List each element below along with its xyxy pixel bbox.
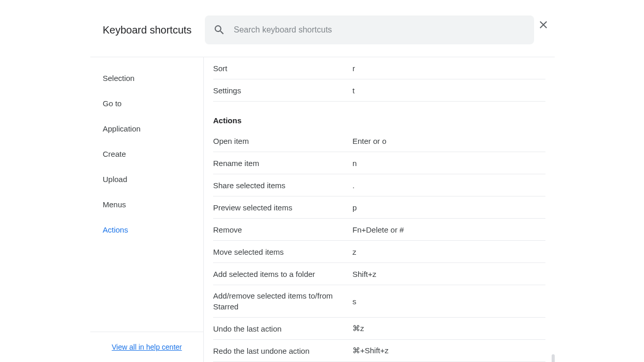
close-icon (537, 19, 550, 31)
shortcut-action: Settings (213, 85, 352, 96)
shortcut-action: Redo the last undone action (213, 345, 352, 356)
shortcut-row: Settings t (213, 79, 545, 102)
scrollbar[interactable] (552, 354, 555, 362)
shortcut-keys: z (352, 248, 357, 256)
shortcut-row: Redo the last undone action ⌘+Shift+z (213, 340, 545, 362)
shortcut-keys: . (352, 181, 355, 190)
shortcut-action: Undo the last action (213, 323, 352, 334)
sidebar-footer: View all in help center (90, 332, 203, 362)
shortcut-keys: ⌘z (352, 324, 364, 333)
shortcut-action: Preview selected items (213, 202, 352, 213)
shortcut-keys: ⌘+Shift+z (352, 346, 389, 355)
search-input[interactable] (234, 25, 526, 35)
shortcut-action: Rename item (213, 158, 352, 169)
sidebar-item-application[interactable]: Application (90, 116, 203, 141)
shortcut-keys: s (352, 297, 357, 306)
sidebar: Selection Go to Application Create Uploa… (90, 57, 204, 362)
shortcut-keys: Shift+z (352, 270, 376, 278)
close-button[interactable] (533, 14, 554, 35)
shortcuts-content[interactable]: Sort r Settings t Actions Open item Ente… (204, 57, 555, 362)
keyboard-shortcuts-dialog: Keyboard shortcuts Selection Go to Appli… (90, 0, 555, 362)
section-title-actions: Actions (213, 102, 545, 130)
dialog-header: Keyboard shortcuts (90, 0, 555, 57)
shortcut-action: Move selected items (213, 246, 352, 257)
search-container[interactable] (205, 15, 534, 44)
shortcut-keys: Enter or o (352, 137, 387, 145)
sidebar-item-menus[interactable]: Menus (90, 192, 203, 217)
shortcut-action: Sort (213, 63, 352, 74)
sidebar-item-create[interactable]: Create (90, 141, 203, 167)
sidebar-item-actions[interactable]: Actions (90, 217, 203, 242)
sidebar-item-goto[interactable]: Go to (90, 91, 203, 116)
shortcut-row: Add/remove selected items to/from Starre… (213, 285, 545, 318)
shortcut-row: Preview selected items p (213, 196, 545, 219)
shortcut-row: Undo the last action ⌘z (213, 318, 545, 340)
scrollbar-thumb[interactable] (552, 354, 555, 362)
shortcut-keys: p (352, 203, 357, 212)
shortcut-row: Move selected items z (213, 241, 545, 263)
sidebar-item-upload[interactable]: Upload (90, 167, 203, 192)
shortcut-action: Open item (213, 136, 352, 146)
dialog-title: Keyboard shortcuts (103, 24, 205, 36)
shortcut-row: Share selected items . (213, 174, 545, 196)
shortcut-row: Add selected items to a folder Shift+z (213, 263, 545, 285)
shortcut-action: Share selected items (213, 180, 352, 191)
shortcut-row: Rename item n (213, 152, 545, 174)
dialog-body: Selection Go to Application Create Uploa… (90, 57, 555, 362)
shortcut-row: Sort r (213, 57, 545, 79)
shortcut-keys: r (352, 64, 355, 73)
shortcut-row: Open item Enter or o (213, 130, 545, 152)
help-center-link[interactable]: View all in help center (112, 343, 182, 351)
shortcut-keys: n (352, 159, 357, 168)
shortcut-action: Add selected items to a folder (213, 269, 352, 279)
shortcut-row: Remove Fn+Delete or # (213, 219, 545, 241)
shortcut-action: Remove (213, 224, 352, 235)
shortcut-keys: t (352, 86, 355, 95)
shortcut-keys: Fn+Delete or # (352, 225, 404, 234)
search-icon (213, 24, 226, 36)
shortcut-action: Add/remove selected items to/from Starre… (213, 290, 352, 312)
sidebar-item-selection[interactable]: Selection (90, 65, 203, 91)
nav-list: Selection Go to Application Create Uploa… (90, 65, 203, 332)
